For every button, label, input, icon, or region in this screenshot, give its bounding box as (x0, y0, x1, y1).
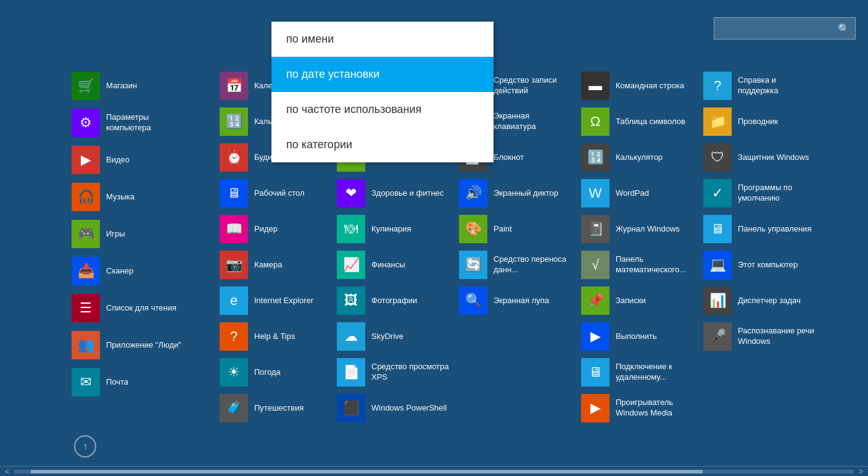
app-item[interactable]: ❤Здоровье и фитнес (333, 175, 455, 211)
app-label: Музыка (106, 192, 134, 203)
app-item[interactable]: 📷Камера (216, 247, 333, 283)
app-item[interactable]: 💻Этот компьютер (700, 247, 822, 283)
scroll-thumb (31, 470, 703, 474)
app-icon: ⏰ (220, 143, 248, 172)
app-label: WordPad (616, 188, 649, 199)
app-item[interactable]: 🖥Панель управления (700, 211, 822, 247)
app-icon: ? (703, 72, 732, 100)
app-item[interactable]: ?Help & Tips (216, 319, 333, 354)
app-item[interactable]: 🔊Экранный диктор (455, 175, 577, 211)
app-item[interactable]: WWordPad (577, 175, 700, 211)
app-label: Средство переноса данн... (494, 254, 574, 275)
app-item[interactable]: 📁Проводник (700, 104, 822, 140)
app-label: Блокнот (494, 152, 524, 163)
app-item[interactable]: 🖥Рабочий стол (216, 175, 333, 211)
app-item[interactable]: 🖼Фотографии (333, 283, 455, 319)
app-label: Help & Tips (254, 332, 295, 342)
dropdown-item-by-freq[interactable]: по частоте использования (271, 92, 494, 127)
app-item[interactable]: ⚙Параметры компьютера (68, 105, 204, 141)
app-item[interactable]: 🛒Магазин (68, 68, 204, 104)
app-icon: 📌 (581, 286, 610, 315)
app-icon: 🎮 (72, 220, 100, 248)
app-icon: ☀ (220, 358, 248, 386)
app-label: Финансы (371, 260, 405, 270)
app-item[interactable]: ☁SkyDrive (333, 319, 455, 354)
app-item[interactable]: 📄Средство просмотра XPS (333, 354, 455, 390)
app-label: Защитник Windows (738, 152, 809, 163)
app-icon: 👥 (72, 331, 100, 359)
app-label: Windows PowerShell (371, 403, 447, 414)
app-label: Погода (254, 367, 281, 378)
app-label: Список для чтения (106, 303, 176, 314)
search-box[interactable]: 🔍 (714, 17, 856, 40)
app-item[interactable]: ⬛Windows PowerShell (333, 390, 455, 426)
app-label: Сканер (106, 266, 133, 277)
search-input[interactable] (721, 23, 838, 33)
app-label: Paint (494, 224, 512, 235)
app-label: Справка и поддержка (738, 75, 818, 96)
app-item[interactable]: 📊Диспетчер задач (700, 283, 822, 319)
app-item[interactable]: ✓Программы по умолчанию (700, 175, 822, 211)
app-item[interactable]: 📌Записки (577, 283, 700, 319)
app-item[interactable]: 🍽Кулинария (333, 211, 455, 247)
app-item[interactable]: 🔍Экранная лупа (455, 283, 577, 319)
app-label: Выполнить (616, 332, 657, 342)
app-icon: 🍽 (337, 215, 365, 243)
app-item[interactable]: 📈Финансы (333, 247, 455, 283)
app-icon: 🖥 (703, 215, 732, 243)
app-item[interactable]: ▶Проигрыватель Windows Media (577, 390, 700, 426)
app-item[interactable]: ΩТаблица символов (577, 104, 700, 140)
up-arrow-button[interactable]: ↑ (74, 435, 96, 457)
app-label: Панель управления (738, 224, 811, 235)
app-item[interactable]: 👥Приложение "Люди" (68, 327, 204, 363)
app-icon: 📓 (581, 215, 610, 243)
app-item[interactable]: ▶Видео (68, 142, 204, 178)
app-icon: 🔄 (459, 251, 487, 279)
app-item[interactable]: 📓Журнал Windows (577, 211, 700, 247)
app-item[interactable]: ▶Выполнить (577, 319, 700, 354)
app-icon: ⬛ (337, 394, 365, 422)
app-item[interactable]: ?Справка и поддержка (700, 68, 822, 104)
app-item[interactable]: ☰Список для чтения (68, 290, 204, 326)
app-item[interactable]: 📖Ридер (216, 211, 333, 247)
col5: ?Справка и поддержка📁Проводник🛡Защитник … (700, 68, 822, 451)
app-label: Приложение "Люди" (106, 340, 181, 351)
scroll-left[interactable]: < (0, 467, 14, 476)
app-item[interactable]: 🎧Музыка (68, 179, 204, 215)
app-item[interactable]: 📥Сканер (68, 253, 204, 289)
app-item[interactable]: ✉Почта (68, 364, 204, 400)
app-label: Параметры компьютера (106, 112, 186, 133)
app-label: Здоровье и фитнес (371, 188, 444, 199)
app-item[interactable]: ☀Погода (216, 354, 333, 390)
app-icon: ☁ (337, 322, 365, 351)
dropdown-item-by-name[interactable]: по имени (271, 22, 494, 57)
app-item[interactable]: 🖥Подключение к удаленному... (577, 354, 700, 390)
app-item[interactable]: 🎨Paint (455, 211, 577, 247)
search-icon: 🔍 (838, 23, 850, 35)
app-label: SkyDrive (371, 332, 403, 342)
dropdown-item-by-cat[interactable]: по категории (271, 127, 494, 162)
app-icon: 🎤 (703, 322, 732, 351)
app-icon: 🎧 (72, 183, 100, 211)
app-item[interactable]: 🔄Средство переноса данн... (455, 247, 577, 283)
app-item[interactable]: 🧳Путешествия (216, 390, 333, 426)
app-item[interactable]: 🎮Игры (68, 216, 204, 252)
app-item[interactable]: 🔢Калькулятор (577, 140, 700, 175)
scroll-right[interactable]: > (854, 467, 868, 476)
col4: ▬Командная строкаΩТаблица символов🔢Кальк… (577, 68, 700, 451)
app-icon: 📅 (220, 72, 248, 100)
app-label: Распознавание речи Windows (738, 326, 818, 347)
app-item[interactable]: ▬Командная строка (577, 68, 700, 104)
app-item[interactable]: √Панель математического... (577, 247, 700, 283)
app-icon: ✉ (72, 368, 100, 396)
app-label: Экранная лупа (494, 296, 549, 306)
app-item[interactable]: eInternet Explorer (216, 283, 333, 319)
app-item[interactable]: 🛡Защитник Windows (700, 140, 822, 175)
dropdown-item-by-date[interactable]: по дате установки (271, 57, 494, 92)
scroll-track[interactable] (14, 470, 854, 474)
app-icon: 📈 (337, 251, 365, 279)
app-item[interactable]: 🎤Распознавание речи Windows (700, 319, 822, 354)
app-label: Путешествия (254, 403, 304, 414)
app-label: Программы по умолчанию (738, 183, 818, 204)
scrollbar[interactable]: < > (0, 466, 868, 476)
